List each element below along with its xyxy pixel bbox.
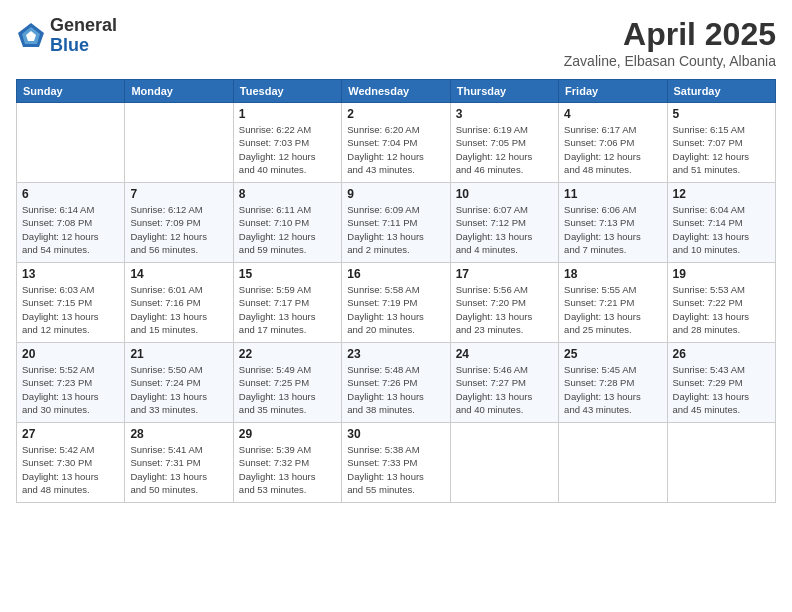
day-number: 18 bbox=[564, 267, 661, 281]
calendar-day-header: Thursday bbox=[450, 80, 558, 103]
day-number: 23 bbox=[347, 347, 444, 361]
calendar-cell: 16Sunrise: 5:58 AM Sunset: 7:19 PM Dayli… bbox=[342, 263, 450, 343]
calendar-week-row: 20Sunrise: 5:52 AM Sunset: 7:23 PM Dayli… bbox=[17, 343, 776, 423]
day-info: Sunrise: 5:59 AM Sunset: 7:17 PM Dayligh… bbox=[239, 283, 336, 336]
logo-blue: Blue bbox=[50, 36, 117, 56]
calendar-cell: 9Sunrise: 6:09 AM Sunset: 7:11 PM Daylig… bbox=[342, 183, 450, 263]
calendar-cell: 3Sunrise: 6:19 AM Sunset: 7:05 PM Daylig… bbox=[450, 103, 558, 183]
day-number: 30 bbox=[347, 427, 444, 441]
day-info: Sunrise: 6:06 AM Sunset: 7:13 PM Dayligh… bbox=[564, 203, 661, 256]
calendar-cell: 6Sunrise: 6:14 AM Sunset: 7:08 PM Daylig… bbox=[17, 183, 125, 263]
day-number: 5 bbox=[673, 107, 770, 121]
day-number: 25 bbox=[564, 347, 661, 361]
day-number: 2 bbox=[347, 107, 444, 121]
day-info: Sunrise: 5:46 AM Sunset: 7:27 PM Dayligh… bbox=[456, 363, 553, 416]
calendar-cell: 11Sunrise: 6:06 AM Sunset: 7:13 PM Dayli… bbox=[559, 183, 667, 263]
calendar-cell: 28Sunrise: 5:41 AM Sunset: 7:31 PM Dayli… bbox=[125, 423, 233, 503]
day-info: Sunrise: 5:55 AM Sunset: 7:21 PM Dayligh… bbox=[564, 283, 661, 336]
day-number: 13 bbox=[22, 267, 119, 281]
day-number: 16 bbox=[347, 267, 444, 281]
calendar-cell: 19Sunrise: 5:53 AM Sunset: 7:22 PM Dayli… bbox=[667, 263, 775, 343]
day-number: 19 bbox=[673, 267, 770, 281]
day-info: Sunrise: 6:17 AM Sunset: 7:06 PM Dayligh… bbox=[564, 123, 661, 176]
logo: General Blue bbox=[16, 16, 117, 56]
day-number: 26 bbox=[673, 347, 770, 361]
day-info: Sunrise: 5:50 AM Sunset: 7:24 PM Dayligh… bbox=[130, 363, 227, 416]
calendar-cell: 8Sunrise: 6:11 AM Sunset: 7:10 PM Daylig… bbox=[233, 183, 341, 263]
day-number: 6 bbox=[22, 187, 119, 201]
calendar-cell bbox=[559, 423, 667, 503]
day-info: Sunrise: 6:15 AM Sunset: 7:07 PM Dayligh… bbox=[673, 123, 770, 176]
calendar-cell: 10Sunrise: 6:07 AM Sunset: 7:12 PM Dayli… bbox=[450, 183, 558, 263]
day-info: Sunrise: 6:11 AM Sunset: 7:10 PM Dayligh… bbox=[239, 203, 336, 256]
calendar-cell: 26Sunrise: 5:43 AM Sunset: 7:29 PM Dayli… bbox=[667, 343, 775, 423]
calendar-cell: 17Sunrise: 5:56 AM Sunset: 7:20 PM Dayli… bbox=[450, 263, 558, 343]
day-info: Sunrise: 5:49 AM Sunset: 7:25 PM Dayligh… bbox=[239, 363, 336, 416]
calendar-cell: 12Sunrise: 6:04 AM Sunset: 7:14 PM Dayli… bbox=[667, 183, 775, 263]
day-number: 28 bbox=[130, 427, 227, 441]
day-info: Sunrise: 5:39 AM Sunset: 7:32 PM Dayligh… bbox=[239, 443, 336, 496]
calendar-cell: 2Sunrise: 6:20 AM Sunset: 7:04 PM Daylig… bbox=[342, 103, 450, 183]
calendar-cell: 1Sunrise: 6:22 AM Sunset: 7:03 PM Daylig… bbox=[233, 103, 341, 183]
day-number: 4 bbox=[564, 107, 661, 121]
day-number: 22 bbox=[239, 347, 336, 361]
day-info: Sunrise: 6:14 AM Sunset: 7:08 PM Dayligh… bbox=[22, 203, 119, 256]
calendar-day-header: Saturday bbox=[667, 80, 775, 103]
logo-icon bbox=[16, 21, 46, 51]
day-info: Sunrise: 6:07 AM Sunset: 7:12 PM Dayligh… bbox=[456, 203, 553, 256]
day-info: Sunrise: 5:58 AM Sunset: 7:19 PM Dayligh… bbox=[347, 283, 444, 336]
day-number: 11 bbox=[564, 187, 661, 201]
day-info: Sunrise: 6:04 AM Sunset: 7:14 PM Dayligh… bbox=[673, 203, 770, 256]
day-number: 1 bbox=[239, 107, 336, 121]
day-number: 8 bbox=[239, 187, 336, 201]
logo-text: General Blue bbox=[50, 16, 117, 56]
day-number: 24 bbox=[456, 347, 553, 361]
day-number: 20 bbox=[22, 347, 119, 361]
calendar-cell: 22Sunrise: 5:49 AM Sunset: 7:25 PM Dayli… bbox=[233, 343, 341, 423]
day-number: 12 bbox=[673, 187, 770, 201]
calendar-week-row: 13Sunrise: 6:03 AM Sunset: 7:15 PM Dayli… bbox=[17, 263, 776, 343]
day-info: Sunrise: 5:56 AM Sunset: 7:20 PM Dayligh… bbox=[456, 283, 553, 336]
calendar-cell: 13Sunrise: 6:03 AM Sunset: 7:15 PM Dayli… bbox=[17, 263, 125, 343]
day-number: 7 bbox=[130, 187, 227, 201]
calendar-cell: 23Sunrise: 5:48 AM Sunset: 7:26 PM Dayli… bbox=[342, 343, 450, 423]
calendar-cell: 15Sunrise: 5:59 AM Sunset: 7:17 PM Dayli… bbox=[233, 263, 341, 343]
calendar-header-row: SundayMondayTuesdayWednesdayThursdayFrid… bbox=[17, 80, 776, 103]
day-number: 29 bbox=[239, 427, 336, 441]
calendar-cell: 14Sunrise: 6:01 AM Sunset: 7:16 PM Dayli… bbox=[125, 263, 233, 343]
day-info: Sunrise: 5:53 AM Sunset: 7:22 PM Dayligh… bbox=[673, 283, 770, 336]
calendar-cell: 7Sunrise: 6:12 AM Sunset: 7:09 PM Daylig… bbox=[125, 183, 233, 263]
day-info: Sunrise: 5:43 AM Sunset: 7:29 PM Dayligh… bbox=[673, 363, 770, 416]
day-number: 9 bbox=[347, 187, 444, 201]
calendar-cell: 27Sunrise: 5:42 AM Sunset: 7:30 PM Dayli… bbox=[17, 423, 125, 503]
day-number: 17 bbox=[456, 267, 553, 281]
day-info: Sunrise: 5:41 AM Sunset: 7:31 PM Dayligh… bbox=[130, 443, 227, 496]
day-info: Sunrise: 6:20 AM Sunset: 7:04 PM Dayligh… bbox=[347, 123, 444, 176]
location-title: Zavaline, Elbasan County, Albania bbox=[564, 53, 776, 69]
day-info: Sunrise: 6:22 AM Sunset: 7:03 PM Dayligh… bbox=[239, 123, 336, 176]
day-info: Sunrise: 6:03 AM Sunset: 7:15 PM Dayligh… bbox=[22, 283, 119, 336]
day-info: Sunrise: 6:12 AM Sunset: 7:09 PM Dayligh… bbox=[130, 203, 227, 256]
calendar-cell: 4Sunrise: 6:17 AM Sunset: 7:06 PM Daylig… bbox=[559, 103, 667, 183]
calendar-cell: 20Sunrise: 5:52 AM Sunset: 7:23 PM Dayli… bbox=[17, 343, 125, 423]
day-info: Sunrise: 5:45 AM Sunset: 7:28 PM Dayligh… bbox=[564, 363, 661, 416]
calendar-day-header: Friday bbox=[559, 80, 667, 103]
day-info: Sunrise: 5:42 AM Sunset: 7:30 PM Dayligh… bbox=[22, 443, 119, 496]
calendar-week-row: 27Sunrise: 5:42 AM Sunset: 7:30 PM Dayli… bbox=[17, 423, 776, 503]
title-block: April 2025 Zavaline, Elbasan County, Alb… bbox=[564, 16, 776, 69]
month-title: April 2025 bbox=[564, 16, 776, 53]
day-info: Sunrise: 5:48 AM Sunset: 7:26 PM Dayligh… bbox=[347, 363, 444, 416]
calendar-week-row: 6Sunrise: 6:14 AM Sunset: 7:08 PM Daylig… bbox=[17, 183, 776, 263]
day-info: Sunrise: 6:19 AM Sunset: 7:05 PM Dayligh… bbox=[456, 123, 553, 176]
day-number: 15 bbox=[239, 267, 336, 281]
day-number: 27 bbox=[22, 427, 119, 441]
calendar-cell bbox=[125, 103, 233, 183]
day-info: Sunrise: 6:09 AM Sunset: 7:11 PM Dayligh… bbox=[347, 203, 444, 256]
calendar-cell bbox=[667, 423, 775, 503]
calendar-day-header: Tuesday bbox=[233, 80, 341, 103]
calendar-week-row: 1Sunrise: 6:22 AM Sunset: 7:03 PM Daylig… bbox=[17, 103, 776, 183]
calendar-cell: 29Sunrise: 5:39 AM Sunset: 7:32 PM Dayli… bbox=[233, 423, 341, 503]
calendar-cell: 18Sunrise: 5:55 AM Sunset: 7:21 PM Dayli… bbox=[559, 263, 667, 343]
calendar-cell: 5Sunrise: 6:15 AM Sunset: 7:07 PM Daylig… bbox=[667, 103, 775, 183]
calendar-cell: 30Sunrise: 5:38 AM Sunset: 7:33 PM Dayli… bbox=[342, 423, 450, 503]
